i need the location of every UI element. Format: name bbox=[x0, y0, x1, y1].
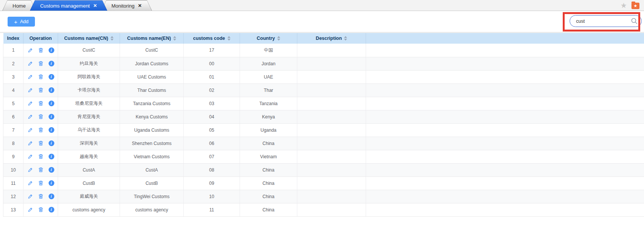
info-icon[interactable]: i bbox=[49, 61, 54, 66]
cell-index: 4 bbox=[3, 83, 24, 97]
table-row: 4 i 卡塔尔海关 Thar Customs 02 Thar bbox=[3, 83, 644, 97]
delete-icon[interactable] bbox=[38, 194, 44, 199]
table-row: 1 i CustC CustC 17 中国 bbox=[3, 44, 644, 57]
cell-customs-code: 04 bbox=[184, 110, 240, 123]
info-icon[interactable]: i bbox=[49, 87, 54, 93]
sort-icon[interactable] bbox=[110, 36, 114, 41]
cell-customs-code: 09 bbox=[184, 176, 240, 190]
col-header-description[interactable]: Description bbox=[297, 33, 366, 44]
cell-country: Vietnam bbox=[240, 150, 297, 163]
table-row: 8 i 深圳海关 Shenzhen Customs 06 China bbox=[3, 137, 644, 150]
cell-country: China bbox=[240, 163, 297, 176]
edit-icon[interactable] bbox=[27, 194, 33, 199]
cell-customs-name-en: Tanzania Customs bbox=[120, 97, 184, 110]
col-header-operation-label: Operation bbox=[29, 36, 52, 41]
edit-icon[interactable] bbox=[27, 140, 33, 146]
edit-icon[interactable] bbox=[27, 101, 33, 106]
table-header-row: Index Operation Customs name(CN) Customs… bbox=[3, 33, 644, 44]
info-icon[interactable]: i bbox=[49, 101, 54, 106]
cell-index: 8 bbox=[3, 137, 24, 150]
info-icon[interactable]: i bbox=[49, 47, 54, 53]
col-header-operation: Operation bbox=[24, 33, 58, 44]
delete-icon[interactable] bbox=[38, 114, 44, 120]
add-button[interactable]: + Add bbox=[8, 17, 35, 27]
favorites-folder-icon[interactable]: ★ bbox=[631, 3, 639, 9]
delete-icon[interactable] bbox=[38, 140, 44, 146]
star-icon[interactable]: ★ bbox=[620, 2, 627, 9]
tab-bar: Home Customs management ✕ Monitoring ✕ ★… bbox=[0, 0, 644, 11]
cell-filler bbox=[366, 83, 644, 97]
delete-icon[interactable] bbox=[38, 154, 44, 159]
search-box bbox=[570, 15, 642, 27]
tab-monitoring[interactable]: Monitoring ✕ bbox=[101, 0, 152, 11]
col-header-customs-name-en[interactable]: Customs name(EN) bbox=[120, 33, 184, 44]
edit-icon[interactable] bbox=[27, 87, 33, 93]
tab-customs-management[interactable]: Customs management ✕ bbox=[30, 0, 107, 11]
info-icon[interactable]: i bbox=[49, 194, 54, 199]
edit-icon[interactable] bbox=[27, 180, 33, 186]
edit-icon[interactable] bbox=[27, 47, 33, 53]
edit-icon[interactable] bbox=[27, 167, 33, 173]
cell-filler bbox=[366, 176, 644, 190]
cell-index: 2 bbox=[3, 57, 24, 70]
delete-icon[interactable] bbox=[38, 87, 44, 93]
cell-customs-name-en: UAE Customs bbox=[120, 70, 184, 83]
delete-icon[interactable] bbox=[38, 47, 44, 53]
delete-icon[interactable] bbox=[38, 61, 44, 66]
edit-icon[interactable] bbox=[27, 74, 33, 80]
info-icon[interactable]: i bbox=[49, 114, 54, 120]
col-header-filler bbox=[366, 33, 644, 44]
cell-operation: i bbox=[24, 163, 58, 176]
col-header-description-label: Description bbox=[316, 36, 342, 41]
cell-customs-name-cn: 乌干达海关 bbox=[58, 123, 120, 137]
cell-customs-name-en: CustB bbox=[120, 176, 184, 190]
cell-customs-name-cn: CustC bbox=[58, 44, 120, 57]
cell-description bbox=[297, 176, 366, 190]
cell-customs-code: 02 bbox=[184, 83, 240, 97]
delete-icon[interactable] bbox=[38, 101, 44, 106]
tabbar-actions: ★ ★ bbox=[620, 0, 639, 11]
cell-description bbox=[297, 70, 366, 83]
delete-icon[interactable] bbox=[38, 180, 44, 186]
info-icon[interactable]: i bbox=[49, 154, 54, 159]
cell-country: Uganda bbox=[240, 123, 297, 137]
sort-icon[interactable] bbox=[344, 36, 347, 41]
delete-icon[interactable] bbox=[38, 167, 44, 173]
col-header-customs-name-cn[interactable]: Customs name(CN) bbox=[58, 33, 120, 44]
sort-icon[interactable] bbox=[227, 36, 230, 41]
close-icon[interactable]: ✕ bbox=[93, 3, 97, 8]
sort-icon[interactable] bbox=[173, 36, 176, 41]
table-row: 3 i 阿联酋海关 UAE Customs 01 UAE bbox=[3, 70, 644, 83]
edit-icon[interactable] bbox=[27, 114, 33, 120]
table-row: 13 i customs agency customs agency 11 Ch… bbox=[3, 203, 644, 216]
sort-icon[interactable] bbox=[277, 36, 280, 41]
tab-monitoring-label: Monitoring bbox=[112, 3, 135, 9]
edit-icon[interactable] bbox=[27, 207, 33, 213]
customs-table: Index Operation Customs name(CN) Customs… bbox=[3, 33, 644, 217]
info-icon[interactable]: i bbox=[49, 207, 54, 213]
edit-icon[interactable] bbox=[27, 61, 33, 66]
info-icon[interactable]: i bbox=[49, 140, 54, 146]
delete-icon[interactable] bbox=[38, 74, 44, 80]
edit-icon[interactable] bbox=[27, 127, 33, 133]
info-icon[interactable]: i bbox=[49, 167, 54, 173]
cell-description bbox=[297, 150, 366, 163]
cell-customs-name-en: CustA bbox=[120, 163, 184, 176]
cell-customs-code: 17 bbox=[184, 44, 240, 57]
delete-icon[interactable] bbox=[38, 127, 44, 133]
search-icon[interactable] bbox=[631, 17, 638, 26]
col-header-customs-code[interactable]: customs code bbox=[184, 33, 240, 44]
cell-operation: i bbox=[24, 176, 58, 190]
edit-icon[interactable] bbox=[27, 154, 33, 159]
cell-index: 11 bbox=[3, 176, 24, 190]
cell-description bbox=[297, 57, 366, 70]
info-icon[interactable]: i bbox=[49, 180, 54, 186]
delete-icon[interactable] bbox=[38, 207, 44, 213]
cell-customs-name-cn: CustB bbox=[58, 176, 120, 190]
tab-home-label: Home bbox=[13, 3, 26, 9]
col-header-country[interactable]: Country bbox=[240, 33, 297, 44]
info-icon[interactable]: i bbox=[49, 127, 54, 133]
close-icon[interactable]: ✕ bbox=[138, 3, 142, 8]
cell-index: 5 bbox=[3, 97, 24, 110]
info-icon[interactable]: i bbox=[49, 74, 54, 80]
